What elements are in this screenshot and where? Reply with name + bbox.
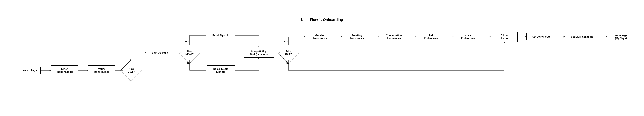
flow-diagram: User Flow 1: Onboarding Launch Page Ente…	[0, 0, 644, 116]
edges	[0, 0, 644, 116]
